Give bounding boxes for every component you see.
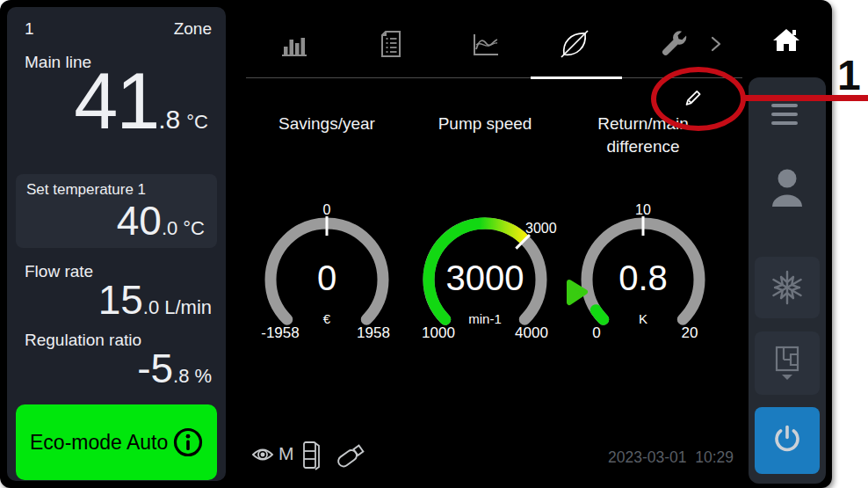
gauge-max-label: 4000 <box>515 324 548 341</box>
chevron-right-icon <box>712 38 720 50</box>
reg-dec: .8 <box>173 365 189 388</box>
main-line-dec: .8 <box>158 105 180 135</box>
zones-button[interactable] <box>755 331 820 395</box>
zone-header: 1 Zone <box>25 19 212 39</box>
zone-panel: 1 Zone Main line 41 .8 °C Set temperatur… <box>7 7 226 481</box>
gauge-min-label: 1000 <box>422 324 455 341</box>
regulation-ratio-label: Regulation ratio <box>25 331 141 350</box>
reg-int: -5 <box>137 348 173 389</box>
user-button[interactable] <box>770 167 805 208</box>
zone-number: 1 <box>25 19 34 39</box>
flow-dec: .0 <box>143 296 159 319</box>
home-icon <box>770 23 803 56</box>
set-temp-dec: .0 <box>162 217 177 240</box>
set-temperature-label: Set temperature 1 <box>26 181 146 199</box>
datetime-display: 2023-03-01 10:29 <box>562 448 734 467</box>
wrench-icon <box>662 31 686 55</box>
menu-icon <box>771 104 798 125</box>
user-icon <box>772 170 802 208</box>
gauge-pump-speed: 30003000min-110004000 <box>401 192 568 350</box>
selected-tab-indicator <box>531 76 622 79</box>
gauge-tick-label: 0 <box>323 202 331 217</box>
frost-protection-button[interactable] <box>755 257 820 318</box>
bar-chart-icon <box>282 38 307 56</box>
gauge-value: 0.8 <box>618 259 668 297</box>
screenshot-stage: 1 Zone Main line 41 .8 °C Set temperatur… <box>0 0 868 488</box>
tab-service[interactable] <box>660 29 690 59</box>
gauge-tick-label: 3000 <box>525 221 557 236</box>
eco-mode-label: Eco-mode Auto <box>30 431 168 455</box>
gauge-label-savings: Savings/year <box>248 113 406 135</box>
gauge-savings: 00€-19581958 <box>243 192 410 350</box>
set-temperature-value: 40 .0 °C <box>117 200 205 241</box>
tab-trend[interactable] <box>471 29 501 59</box>
gauge-unit: min-1 <box>468 311 502 326</box>
home-button[interactable] <box>749 7 824 74</box>
menu-button[interactable] <box>771 104 798 130</box>
flow-unit: L/min <box>164 296 212 319</box>
gauge-tick-label: 10 <box>635 202 651 217</box>
set-temp-int: 40 <box>117 200 162 241</box>
tab-report[interactable] <box>376 29 406 59</box>
gauge-value: 0 <box>317 259 336 297</box>
regulation-ratio-value: -5 .8 % <box>137 348 212 389</box>
reg-unit: % <box>194 365 212 388</box>
info-icon[interactable] <box>171 426 205 459</box>
chevron-down-icon <box>782 375 792 380</box>
main-line-unit: °C <box>186 111 208 134</box>
gauge-return-main-difference: 100.8K020 <box>560 192 727 350</box>
zone-title: Zone <box>174 19 212 39</box>
module-icon <box>301 440 322 471</box>
gauge-fill-tip <box>480 223 524 240</box>
annotation-circle <box>651 67 746 131</box>
tab-statistics[interactable] <box>279 29 309 59</box>
eco-mode-button[interactable]: Eco-mode Auto <box>16 404 217 480</box>
power-button[interactable] <box>755 407 820 474</box>
gauge-value: 3000 <box>446 259 524 297</box>
power-icon <box>769 422 806 459</box>
flow-rate-value: 15 .0 L/min <box>98 280 212 320</box>
flow-rate-label: Flow rate <box>25 262 93 281</box>
usb-stick-icon <box>332 438 371 473</box>
snowflake-icon <box>769 269 806 306</box>
tab-eco[interactable] <box>560 29 590 59</box>
set-temp-unit: °C <box>183 217 205 240</box>
eye-icon <box>251 443 278 466</box>
gauge-max-label: 20 <box>682 324 698 341</box>
annotation-label: 1 <box>837 55 861 97</box>
gauge-min-label: 0 <box>592 324 600 341</box>
main-line-int: 41 <box>74 60 158 143</box>
flow-int: 15 <box>98 280 143 320</box>
gauge-label-pump-speed: Pump speed <box>406 113 564 135</box>
gauge-fill <box>596 310 604 320</box>
monitor-mode-letter: M <box>278 443 294 464</box>
gauge-max-label: 1958 <box>357 324 390 341</box>
zones-icon <box>769 344 806 382</box>
document-icon <box>382 32 400 56</box>
leaf-icon <box>561 31 588 57</box>
gauge-unit: € <box>323 311 331 326</box>
line-chart-icon <box>474 34 498 55</box>
gauge-min-label: -1958 <box>261 324 299 341</box>
main-line-value: 41 .8 °C <box>16 60 208 143</box>
set-temperature-tile[interactable]: Set temperature 1 40 .0 °C <box>16 174 217 248</box>
tabs-more-button[interactable] <box>706 34 726 54</box>
gauge-unit: K <box>639 311 647 326</box>
